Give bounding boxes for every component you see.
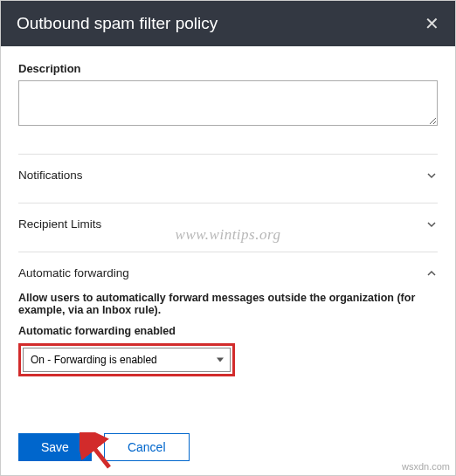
description-textarea[interactable] bbox=[18, 80, 438, 126]
forwarding-dropdown-label: Automatic forwarding enabled bbox=[18, 325, 438, 337]
forwarding-help-text: Allow users to automatically forward mes… bbox=[18, 292, 438, 316]
section-header-notifications[interactable]: Notifications bbox=[18, 169, 438, 182]
section-title-automatic-forwarding: Automatic forwarding bbox=[18, 266, 129, 279]
forwarding-select-highlight: On - Forwarding is enabled bbox=[18, 343, 235, 376]
section-automatic-forwarding: Automatic forwarding Allow users to auto… bbox=[18, 252, 438, 390]
section-title-recipient-limits: Recipient Limits bbox=[18, 217, 101, 231]
section-recipient-limits: Recipient Limits bbox=[18, 203, 438, 245]
footer-actions: Save Cancel bbox=[18, 433, 190, 461]
section-body-automatic-forwarding: Allow users to automatically forward mes… bbox=[18, 279, 438, 376]
chevron-down-icon bbox=[425, 218, 438, 231]
credit-text: wsxdn.com bbox=[402, 461, 450, 472]
panel-title: Outbound spam filter policy bbox=[17, 14, 218, 33]
close-icon[interactable]: ✕ bbox=[425, 13, 439, 34]
cancel-button[interactable]: Cancel bbox=[104, 433, 190, 461]
forwarding-select[interactable]: On - Forwarding is enabled bbox=[23, 348, 231, 372]
section-notifications: Notifications bbox=[18, 154, 438, 196]
section-header-recipient-limits[interactable]: Recipient Limits bbox=[18, 217, 438, 231]
panel-content: Description Notifications Recipient Limi… bbox=[1, 46, 455, 399]
chevron-up-icon bbox=[425, 267, 438, 279]
section-header-automatic-forwarding[interactable]: Automatic forwarding bbox=[18, 266, 438, 279]
chevron-down-icon bbox=[425, 169, 438, 182]
panel-header: Outbound spam filter policy ✕ bbox=[1, 1, 455, 46]
section-title-notifications: Notifications bbox=[18, 169, 83, 182]
save-button[interactable]: Save bbox=[18, 433, 92, 461]
description-label: Description bbox=[18, 62, 438, 75]
